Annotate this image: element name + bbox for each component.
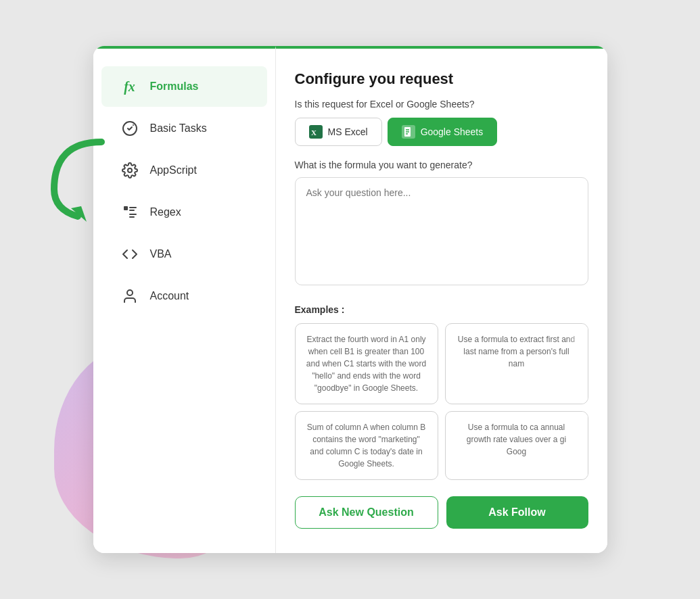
sidebar-label-formulas: Formulas [150,80,199,93]
main-content: Configure you request Is this request fo… [276,46,607,553]
ask-new-question-button[interactable]: Ask New Question [295,496,438,529]
page-title: Configure you request [295,70,588,88]
platform-question: Is this request for Excel or Google Shee… [295,99,588,110]
sidebar-label-regex: Regex [150,206,181,218]
example-text-1: Extract the fourth word in A1 only when … [306,335,426,393]
green-arrow-decoration [41,135,122,223]
account-icon [120,287,139,306]
sidebar: fx Formulas Basic Tasks [93,46,276,553]
example-card-1[interactable]: Extract the fourth word in A1 only when … [295,323,438,404]
fx-icon: fx [120,77,139,96]
formula-question: What is the formula you want to generate… [295,160,588,170]
sidebar-item-appscript[interactable]: AppScript [101,150,267,191]
svg-point-3 [128,168,132,172]
action-buttons: Ask New Question Ask Follow [295,496,588,529]
svg-rect-4 [124,206,128,210]
sidebar-label-basic-tasks: Basic Tasks [150,122,207,135]
example-card-3[interactable]: Sum of column A when column B contains t… [295,411,438,480]
platform-toggle-group: X MS Excel Google Sheets [295,118,588,146]
gear-icon [120,161,139,180]
google-sheets-icon [402,125,415,139]
google-sheets-button[interactable]: Google Sheets [388,118,498,146]
svg-point-9 [127,290,133,295]
svg-text:X: X [311,128,317,137]
sidebar-item-account[interactable]: Account [101,276,267,316]
sidebar-item-basic-tasks[interactable]: Basic Tasks [101,108,267,149]
example-text-2: Use a formula to extract first and last … [458,335,575,368]
examples-label: Examples : [295,304,588,315]
sidebar-item-regex[interactable]: Regex [101,192,267,233]
excel-icon: X [309,125,323,139]
sidebar-item-formulas[interactable]: fx Formulas [101,66,267,107]
excel-label: MS Excel [328,126,368,137]
example-text-3: Sum of column A when column B contains t… [307,423,425,469]
app-container: fx Formulas Basic Tasks [93,46,607,553]
regex-icon [120,203,139,222]
google-sheets-label: Google Sheets [421,126,484,137]
example-card-4[interactable]: Use a formula to ca annual growth rate v… [445,411,588,480]
example-text-4: Use a formula to ca annual growth rate v… [467,423,566,456]
example-card-2[interactable]: Use a formula to extract first and last … [445,323,588,404]
vba-icon [120,245,139,264]
excel-button[interactable]: X MS Excel [295,118,382,146]
sidebar-label-appscript: AppScript [150,164,197,176]
ask-follow-button[interactable]: Ask Follow [446,496,588,529]
task-icon [120,119,139,138]
sidebar-label-vba: VBA [150,248,172,260]
sidebar-item-vba[interactable]: VBA [101,234,267,274]
question-textarea[interactable] [295,177,588,285]
examples-grid: Extract the fourth word in A1 only when … [295,323,588,480]
sidebar-label-account: Account [150,290,189,302]
